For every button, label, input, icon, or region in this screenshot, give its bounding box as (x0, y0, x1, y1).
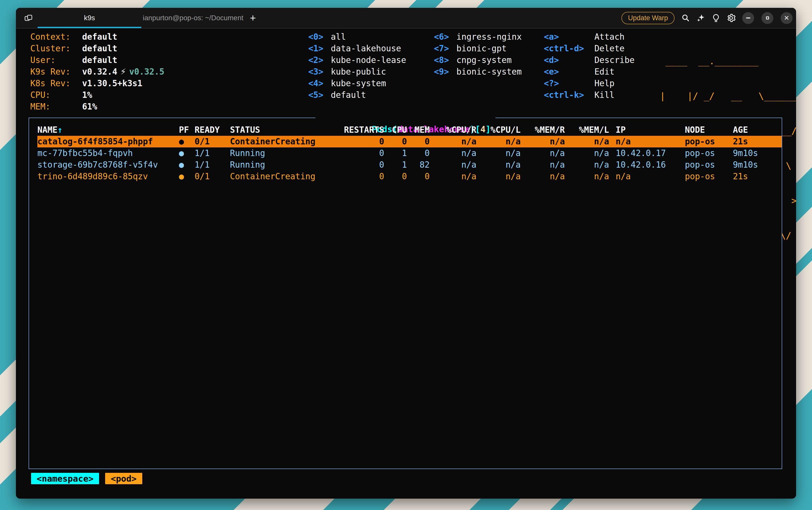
column-header-node[interactable]: NODE (685, 124, 733, 136)
pods-rows: NAME↑ PF READY STATUS RESTARTS CPU MEM %… (37, 124, 782, 182)
crumb-namespace[interactable]: <namespace> (31, 473, 99, 484)
namespace-item[interactable]: <2>kube-node-lease (308, 54, 406, 66)
tab-shell[interactable]: ianpurton@pop-os: ~/Document (141, 8, 245, 28)
new-tab-button[interactable]: + (250, 13, 256, 23)
table-row[interactable]: storage-69b7c8768f-v5f4v ● 1/1 Running 0… (37, 159, 782, 171)
ai-sparkles-icon[interactable] (696, 13, 705, 23)
update-warp-button[interactable]: Update Warp (622, 12, 674, 24)
tab-label: k9s (84, 14, 95, 22)
info-user: User:default (30, 54, 164, 66)
shortcut-describe[interactable]: <d>Describe (544, 54, 635, 66)
namespace-hotkeys-col1: <0>all <1>data-lakehouse <2>kube-node-le… (308, 31, 406, 101)
upgrade-lightning-icon: ⚡ (117, 67, 129, 77)
command-shortcuts: <a>Attach <ctrl-d>Delete <d>Describe <e>… (544, 31, 635, 101)
namespace-item[interactable]: <7>bionic-gpt (434, 43, 522, 54)
column-header-mem[interactable]: MEM (407, 124, 430, 136)
maximize-icon (766, 17, 769, 20)
close-icon: ✕ (784, 15, 789, 21)
table-header-row[interactable]: NAME↑ PF READY STATUS RESTARTS CPU MEM %… (37, 124, 782, 136)
window-controls: ✕ (742, 12, 792, 24)
minimize-icon (746, 18, 750, 19)
namespace-hotkeys-col2: <6>ingress-nginx <7>bionic-gpt <8>cnpg-s… (434, 31, 522, 78)
info-k8s-rev: K8s Rev:v1.30.5+k3s1 (30, 78, 164, 89)
column-header-ip[interactable]: IP (609, 124, 685, 136)
table-row[interactable]: trino-6d489d89c6-85qzv ● 0/1 ContainerCr… (37, 171, 782, 182)
column-header-name[interactable]: NAME↑ (37, 124, 179, 136)
terminal-content: Context:default Cluster:default User:def… (16, 29, 796, 498)
namespace-item[interactable]: <1>data-lakehouse (308, 43, 406, 54)
namespace-item[interactable]: <8>cnpg-system (434, 54, 522, 66)
column-header-cpu[interactable]: CPU (384, 124, 407, 136)
tips-lightbulb-icon[interactable] (712, 13, 721, 23)
namespace-item[interactable]: <6>ingress-nginx (434, 31, 522, 43)
upgrade-version: v0.32.5 (129, 67, 164, 77)
pod-status-dot: ● (179, 147, 194, 159)
titlebar-icons (681, 13, 736, 23)
table-row[interactable]: mc-77bfbc55b4-fqpvh ● 1/1 Running 0 1 0 … (37, 147, 782, 159)
info-cluster: Cluster:default (30, 43, 164, 54)
sort-ascending-icon: ↑ (57, 125, 62, 135)
settings-gear-icon[interactable] (727, 13, 736, 23)
shortcut-kill[interactable]: <ctrl-k>Kill (544, 89, 635, 101)
pod-status-dot: ● (179, 136, 194, 147)
column-header-age[interactable]: AGE (733, 124, 778, 136)
info-mem: MEM:61% (30, 101, 164, 113)
shortcut-delete[interactable]: <ctrl-d>Delete (544, 43, 635, 54)
tab-k9s[interactable]: k9s (38, 8, 141, 28)
minimize-button[interactable] (742, 12, 754, 24)
namespace-item[interactable]: <3>kube-public (308, 66, 406, 78)
pods-table: Pods(data-lakehouse)[4] NAME↑ PF READY S… (29, 118, 782, 469)
column-header-restarts[interactable]: RESTARTS (336, 124, 384, 136)
shortcut-help[interactable]: <?>Help (544, 78, 635, 89)
info-cpu: CPU:1% (30, 89, 164, 101)
maximize-button[interactable] (761, 12, 773, 24)
active-tab-underline (38, 27, 141, 28)
column-header-pf[interactable]: PF (179, 124, 194, 136)
pod-status-dot: ● (179, 159, 194, 171)
cluster-info: Context:default Cluster:default User:def… (30, 31, 164, 113)
tab-bar: k9s ianpurton@pop-os: ~/Document (38, 8, 245, 28)
column-header-cpu-r[interactable]: %CPU/R (430, 124, 476, 136)
info-k9s-rev: K9s Rev:v0.32.4⚡v0.32.5 (30, 66, 164, 78)
column-header-cpu-l[interactable]: %CPU/L (476, 124, 521, 136)
namespace-item[interactable]: <9>bionic-system (434, 66, 522, 78)
shortcut-edit[interactable]: <e>Edit (544, 66, 635, 78)
tab-label: ianpurton@pop-os: ~/Document (143, 14, 243, 22)
close-button[interactable]: ✕ (781, 12, 792, 24)
column-header-status[interactable]: STATUS (230, 124, 336, 136)
column-header-mem-r[interactable]: %MEM/R (521, 124, 565, 136)
column-header-ready[interactable]: READY (194, 124, 230, 136)
breadcrumb: <namespace> <pod> (31, 473, 142, 484)
shortcut-attach[interactable]: <a>Attach (544, 31, 635, 43)
crumb-pod[interactable]: <pod> (105, 473, 142, 484)
table-row[interactable]: catalog-6f4f85854-phppf ● 0/1 ContainerC… (37, 136, 782, 147)
workspace-windows-icon[interactable] (25, 15, 33, 22)
namespace-item[interactable]: <0>all (308, 31, 406, 43)
search-icon[interactable] (681, 13, 690, 23)
column-header-mem-l[interactable]: %MEM/L (565, 124, 609, 136)
pod-status-dot: ● (179, 171, 194, 182)
warp-terminal-window: k9s ianpurton@pop-os: ~/Document + Updat… (16, 8, 796, 499)
info-context: Context:default (30, 31, 164, 43)
namespace-item[interactable]: <4>kube-system (308, 78, 406, 89)
namespace-item[interactable]: <5>default (308, 89, 406, 101)
titlebar[interactable]: k9s ianpurton@pop-os: ~/Document + Updat… (16, 8, 796, 29)
